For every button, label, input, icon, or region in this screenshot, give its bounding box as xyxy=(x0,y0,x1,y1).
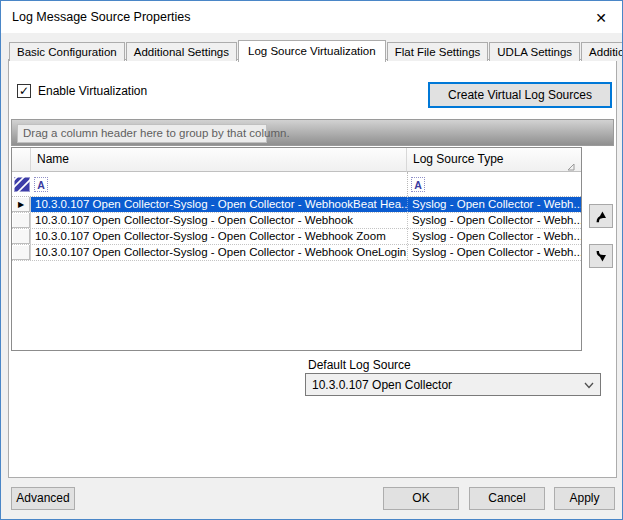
tab-flat-file-settings[interactable]: Flat File Settings xyxy=(387,42,489,61)
cell-log-source-type[interactable]: Syslog - Open Collector - Webh... xyxy=(407,213,581,228)
filter-cell-log-source-type: A xyxy=(407,172,581,196)
default-log-source-label: Default Log Source xyxy=(308,358,411,372)
filter-cell-name: A xyxy=(31,172,407,196)
cell-name[interactable]: 10.3.0.107 Open Collector-Syslog - Open … xyxy=(31,245,407,260)
row-indicator[interactable] xyxy=(12,213,31,228)
tab-log-source-virtualization[interactable]: Log Source Virtualization xyxy=(238,40,386,62)
move-down-button[interactable] xyxy=(589,244,613,268)
ok-button[interactable]: OK xyxy=(383,487,459,510)
advanced-button[interactable]: Advanced xyxy=(11,487,75,510)
text-filter-icon[interactable]: A xyxy=(34,177,48,192)
window-title: Log Message Source Properties xyxy=(12,10,191,24)
dialog-log-message-source-properties: Log Message Source Properties ✕ Basic Co… xyxy=(0,0,623,520)
text-filter-icon[interactable]: A xyxy=(411,177,425,192)
table-row[interactable]: 10.3.0.107 Open Collector-Syslog - Open … xyxy=(12,229,581,245)
row-indicator[interactable]: ▶ xyxy=(12,197,31,212)
enable-virtualization-checkbox[interactable]: ✓ xyxy=(17,84,31,98)
cell-log-source-type[interactable]: Syslog - Open Collector - Webh... xyxy=(407,197,581,212)
row-indicator[interactable] xyxy=(12,245,31,260)
tab-additional-info[interactable]: Additional Info xyxy=(581,42,623,61)
tab-strip: Basic ConfigurationAdditional SettingsLo… xyxy=(9,39,623,61)
cell-name[interactable]: 10.3.0.107 Open Collector-Syslog - Open … xyxy=(31,229,407,244)
sort-ascending-icon xyxy=(567,156,575,172)
arrow-down-icon xyxy=(594,249,609,264)
tab-udla-settings[interactable]: UDLA Settings xyxy=(489,42,580,61)
tab-additional-settings[interactable]: Additional Settings xyxy=(126,42,237,61)
table-row[interactable]: ▶10.3.0.107 Open Collector-Syslog - Open… xyxy=(12,197,581,213)
grid-header-row: Name Log Source Type xyxy=(12,148,581,172)
default-log-source-dropdown[interactable]: 10.3.0.107 Open Collector xyxy=(305,373,601,396)
create-virtual-log-sources-button[interactable]: Create Virtual Log Sources xyxy=(428,82,612,108)
row-indicator[interactable] xyxy=(12,229,31,244)
filter-stub xyxy=(12,172,31,197)
column-header-name[interactable]: Name xyxy=(31,148,407,172)
column-header-label: Log Source Type xyxy=(413,152,504,166)
grid-body: ▶10.3.0.107 Open Collector-Syslog - Open… xyxy=(12,197,581,261)
cell-name[interactable]: 10.3.0.107 Open Collector-Syslog - Open … xyxy=(31,213,407,228)
table-row[interactable]: 10.3.0.107 Open Collector-Syslog - Open … xyxy=(12,245,581,261)
cell-log-source-type[interactable]: Syslog - Open Collector - Webh... xyxy=(407,229,581,244)
grid-filter-row: A A xyxy=(12,172,581,197)
enable-virtualization-row: ✓ Enable Virtualization xyxy=(17,84,147,98)
move-up-button[interactable] xyxy=(589,204,613,228)
group-by-hint: Drag a column header here to group by th… xyxy=(17,124,267,143)
chevron-down-icon xyxy=(578,378,600,392)
virtual-log-sources-grid: Name Log Source Type A A ▶10.3.0 xyxy=(11,147,582,351)
tab-basic-configuration[interactable]: Basic Configuration xyxy=(9,42,125,61)
cancel-button[interactable]: Cancel xyxy=(469,487,545,510)
enable-virtualization-label: Enable Virtualization xyxy=(38,84,147,98)
cell-log-source-type[interactable]: Syslog - Open Collector - Webh... xyxy=(407,245,581,260)
arrow-up-icon xyxy=(594,209,609,224)
apply-button[interactable]: Apply xyxy=(554,487,615,510)
table-row[interactable]: 10.3.0.107 Open Collector-Syslog - Open … xyxy=(12,213,581,229)
cell-name[interactable]: 10.3.0.107 Open Collector-Syslog - Open … xyxy=(31,197,407,212)
grid-header-stub xyxy=(12,148,31,172)
current-row-marker-icon: ▶ xyxy=(18,200,24,209)
clear-filter-icon[interactable] xyxy=(14,177,30,192)
dropdown-selected-value: 10.3.0.107 Open Collector xyxy=(312,378,578,392)
column-header-log-source-type[interactable]: Log Source Type xyxy=(407,148,581,172)
titlebar[interactable]: Log Message Source Properties ✕ xyxy=(1,1,622,33)
group-by-bar[interactable]: Drag a column header here to group by th… xyxy=(11,119,614,146)
close-icon[interactable]: ✕ xyxy=(591,8,611,28)
